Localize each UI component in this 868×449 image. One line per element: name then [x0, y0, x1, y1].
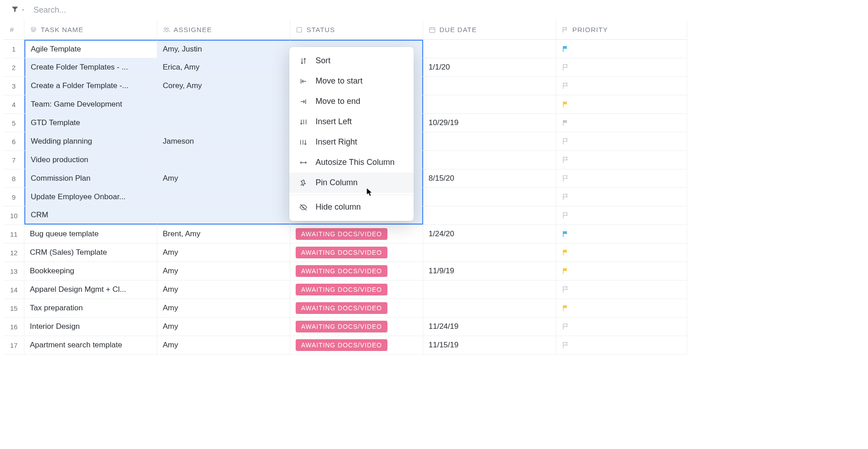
menu-item-insert-left[interactable]: Insert Left: [289, 112, 414, 132]
table-row[interactable]: 13BookkeepingAmyAWAITING DOCS/VIDEO11/9/…: [4, 262, 687, 281]
priority-cell[interactable]: [556, 40, 687, 58]
assignee-cell[interactable]: [157, 95, 290, 113]
assignee-cell[interactable]: Amy: [157, 336, 290, 354]
status-cell[interactable]: AWAITING DOCS/VIDEO: [290, 281, 423, 299]
assignee-cell[interactable]: [157, 206, 290, 224]
filter-button[interactable]: [11, 5, 25, 15]
table-row[interactable]: 14Apparel Design Mgmt + Cl...AmyAWAITING…: [4, 281, 687, 299]
task-name-cell[interactable]: Apparel Design Mgmt + Cl...: [24, 281, 157, 299]
due-date-cell[interactable]: [423, 188, 556, 206]
menu-item-move-end[interactable]: Move to end: [289, 91, 414, 112]
assignee-cell[interactable]: Erica, Amy: [157, 58, 290, 76]
menu-item-hide[interactable]: Hide column: [289, 197, 414, 217]
task-name-cell[interactable]: Create Folder Templates - ...: [24, 58, 157, 76]
column-header-number[interactable]: #: [4, 20, 24, 39]
due-date-cell[interactable]: 11/15/19: [423, 336, 556, 354]
assignee-cell[interactable]: Amy: [157, 169, 290, 187]
menu-item-move-start[interactable]: Move to start: [289, 71, 414, 91]
priority-cell[interactable]: [556, 206, 687, 224]
assignee-cell[interactable]: Amy: [157, 281, 290, 299]
task-name-cell[interactable]: GTD Template: [24, 114, 157, 132]
assignee-cell[interactable]: Amy: [157, 243, 290, 262]
table-row[interactable]: 15Tax preparationAmyAWAITING DOCS/VIDEO: [4, 299, 687, 318]
due-date-cell[interactable]: 11/24/19: [423, 318, 556, 336]
search-input[interactable]: [33, 5, 169, 15]
priority-cell[interactable]: [556, 318, 687, 336]
menu-item-sort[interactable]: Sort: [289, 51, 414, 71]
table-row[interactable]: 17Apartment search templateAmyAWAITING D…: [4, 336, 687, 355]
priority-cell[interactable]: [556, 299, 687, 317]
task-name-cell[interactable]: Wedding planning: [24, 132, 157, 150]
status-cell[interactable]: AWAITING DOCS/VIDEO: [290, 243, 423, 262]
due-date-cell[interactable]: [423, 40, 556, 58]
status-cell[interactable]: AWAITING DOCS/VIDEO: [290, 262, 423, 280]
priority-cell[interactable]: [556, 243, 687, 262]
due-date-cell[interactable]: [423, 95, 556, 113]
priority-cell[interactable]: [556, 58, 687, 76]
due-date-cell[interactable]: 11/9/19: [423, 262, 556, 280]
due-date-cell[interactable]: 1/1/20: [423, 58, 556, 76]
assignee-cell[interactable]: Corey, Amy: [157, 77, 290, 95]
task-name-cell[interactable]: CRM (Sales) Template: [24, 243, 157, 262]
task-name-cell[interactable]: Agile Template: [24, 40, 157, 58]
due-date-cell[interactable]: 10/29/19: [423, 114, 556, 132]
task-name-cell[interactable]: Interior Design: [24, 318, 157, 336]
priority-cell[interactable]: [556, 281, 687, 299]
priority-flag-icon: [561, 304, 570, 312]
due-date-cell[interactable]: 1/24/20: [423, 225, 556, 243]
assignee-cell[interactable]: Jameson: [157, 132, 290, 150]
task-name-cell[interactable]: Bug queue template: [24, 225, 157, 243]
assignee-cell[interactable]: Amy: [157, 299, 290, 317]
priority-cell[interactable]: [556, 188, 687, 206]
priority-cell[interactable]: [556, 336, 687, 354]
due-date-cell[interactable]: [423, 299, 556, 317]
assignee-cell[interactable]: [157, 188, 290, 206]
status-cell[interactable]: AWAITING DOCS/VIDEO: [290, 318, 423, 336]
priority-cell[interactable]: [556, 114, 687, 132]
task-name-cell[interactable]: Update Employee Onboar...: [24, 188, 157, 206]
assignee-cell[interactable]: Amy: [157, 262, 290, 280]
due-date-cell[interactable]: [423, 151, 556, 169]
table-row[interactable]: 11Bug queue templateBrent, AmyAWAITING D…: [4, 225, 687, 243]
due-date-cell[interactable]: [423, 77, 556, 95]
assignee-cell[interactable]: [157, 114, 290, 132]
due-date-cell[interactable]: [423, 206, 556, 224]
task-name-cell[interactable]: Bookkeeping: [24, 262, 157, 280]
priority-cell[interactable]: [556, 132, 687, 150]
table-row[interactable]: 16Interior DesignAmyAWAITING DOCS/VIDEO1…: [4, 318, 687, 336]
task-name-cell[interactable]: CRM: [24, 206, 157, 224]
assignee-icon: [163, 26, 170, 33]
due-date-cell[interactable]: [423, 281, 556, 299]
priority-cell[interactable]: [556, 262, 687, 280]
table-row[interactable]: 12CRM (Sales) TemplateAmyAWAITING DOCS/V…: [4, 243, 687, 262]
task-name-cell[interactable]: Video production: [24, 151, 157, 169]
status-cell[interactable]: AWAITING DOCS/VIDEO: [290, 336, 423, 354]
column-header-status[interactable]: STATUS: [290, 20, 423, 39]
priority-cell[interactable]: [556, 151, 687, 169]
column-header-assignee[interactable]: ASSIGNEE: [157, 20, 290, 39]
due-date-cell[interactable]: 8/15/20: [423, 169, 556, 187]
due-date-cell[interactable]: [423, 132, 556, 150]
priority-cell[interactable]: [556, 77, 687, 95]
task-name-cell[interactable]: Commission Plan: [24, 169, 157, 187]
status-cell[interactable]: AWAITING DOCS/VIDEO: [290, 299, 423, 317]
priority-cell[interactable]: [556, 169, 687, 187]
menu-item-insert-right[interactable]: Insert Right: [289, 132, 414, 152]
task-name-cell[interactable]: Team: Game Development: [24, 95, 157, 113]
task-name-cell[interactable]: Tax preparation: [24, 299, 157, 317]
task-name-cell[interactable]: Create a Folder Template -...: [24, 77, 157, 95]
due-date-cell[interactable]: [423, 243, 556, 262]
priority-cell[interactable]: [556, 95, 687, 113]
column-header-priority[interactable]: PRIORITY: [556, 20, 687, 39]
column-header-due-date[interactable]: DUE DATE: [423, 20, 556, 39]
task-name-cell[interactable]: Apartment search template: [24, 336, 157, 354]
assignee-cell[interactable]: [157, 151, 290, 169]
assignee-cell[interactable]: Amy: [157, 318, 290, 336]
column-header-task-name[interactable]: TASK NAME: [24, 20, 157, 39]
menu-item-autosize[interactable]: Autosize This Column: [289, 152, 414, 173]
assignee-cell[interactable]: Brent, Amy: [157, 225, 290, 243]
assignee-cell[interactable]: Amy, Justin: [157, 40, 290, 58]
priority-cell[interactable]: [556, 225, 687, 243]
menu-item-pin[interactable]: Pin Column: [289, 173, 414, 193]
status-cell[interactable]: AWAITING DOCS/VIDEO: [290, 225, 423, 243]
